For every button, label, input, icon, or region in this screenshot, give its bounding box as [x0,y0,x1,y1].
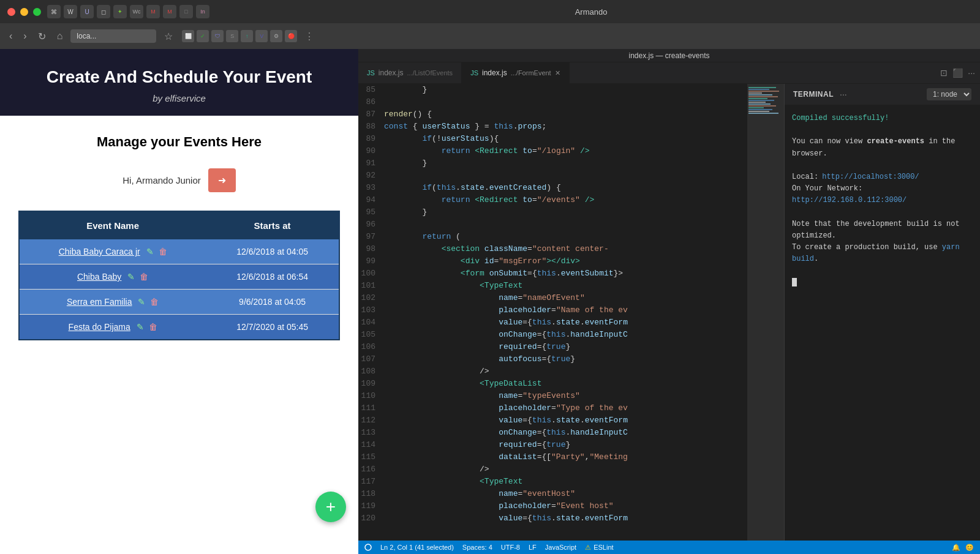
line-number: 106 [358,341,384,353]
line-number: 115 [358,451,384,463]
home-button[interactable]: ⌂ [54,29,66,43]
ext-icon-1[interactable]: ⬜ [182,30,194,42]
delete-event-button[interactable]: 🗑 [149,322,157,332]
code-line: 108 /> [358,365,747,378]
event-actions: ✎ 🗑 [137,322,157,332]
event-starts-cell: 12/6/2018 at 06:54 [206,264,339,290]
line-content: <TypeDataList [384,378,541,390]
code-line: 88 const { userStatus } = this.props; [358,121,747,133]
edit-event-button[interactable]: ✎ [138,297,145,307]
status-language[interactable]: JavaScript [545,544,576,551]
edit-event-button[interactable]: ✎ [146,247,154,256]
code-line: 116 /> [358,463,747,476]
refresh-button[interactable]: ↻ [35,29,49,43]
ext-icon-6[interactable]: ⚙ [270,30,282,42]
event-name-link[interactable]: Chiba Baby Caraca jr [59,247,140,256]
code-line: 113 onChange={this.handleInputC [358,427,747,439]
tab-form-event[interactable]: JS index.js .../FormEvent ✕ [462,62,570,83]
tab-close-button[interactable]: ✕ [555,69,560,77]
logout-button[interactable]: ➜ [208,168,236,192]
line-content: onChange={this.handleInputC [384,427,628,439]
browser-menu[interactable]: ⋮ [304,31,314,42]
toolbar-icon-10[interactable]: In [196,5,209,18]
code-line: 95 } [358,206,747,219]
code-line: 90 return <Redirect to="/login" /> [358,145,747,157]
ext-icon-4[interactable]: ↑ [241,30,253,42]
back-button[interactable]: ‹ [6,29,15,43]
more-actions-button[interactable]: ··· [968,68,975,78]
ext-icon-5[interactable]: V [255,30,268,42]
terminal-session-select[interactable]: 1: node [927,88,971,100]
line-number: 88 [358,121,384,133]
event-name-cell: Serra em Familia ✎ 🗑 [19,290,206,315]
terminal-network-url: http://192.168.0.112:3000/ [792,196,907,204]
ext-icon-shield[interactable]: 🛡 [211,30,224,42]
toolbar-icon-5[interactable]: ✦ [113,5,127,18]
line-number: 111 [358,402,384,414]
line-content: placeholder="Event host" [384,500,614,512]
event-name-link[interactable]: Chiba Baby [77,272,121,282]
edit-event-button[interactable]: ✎ [127,272,135,282]
event-starts-cell: 12/7/2020 at 05:45 [206,315,339,340]
status-feedback-icon[interactable]: 😊 [965,544,974,552]
toolbar-icon-6[interactable]: Wc [130,5,143,18]
terminal-network-line: On Your Network: http://192.168.0.112:30… [792,183,973,206]
toolbar-icon-4[interactable]: ◻ [97,5,110,18]
terminal-info-line: You can now view create-events in the br… [792,136,973,159]
toolbar-icon-3[interactable]: U [80,5,94,18]
event-name-link[interactable]: Serra em Familia [67,297,132,307]
code-line: 86 [358,96,747,108]
toolbar-icon-1[interactable]: ⌘ [47,5,61,18]
terminal-title: TERMINAL [793,90,834,99]
toolbar-icon-7[interactable]: M [146,5,160,18]
line-content: name="nameOfEvent" [384,292,585,304]
line-number: 104 [358,316,384,329]
split-editor-button[interactable]: ⊡ [940,68,948,78]
fullscreen-dot[interactable] [33,8,41,16]
event-name-link[interactable]: Festa do Pijama [69,322,130,332]
tab-list-of-events[interactable]: JS index.js .../ListOfEvents [358,62,462,83]
star-button[interactable]: ☆ [161,29,176,43]
close-dot[interactable] [7,8,15,16]
minimize-dot[interactable] [20,8,28,16]
edit-event-button[interactable]: ✎ [137,322,144,332]
browser-toolbar: ‹ › ↻ ⌂ loca... ☆ ⬜ ✓ 🛡 S ↑ V ⚙ 🔴 ⋮ [0,23,980,49]
terminal-more-button[interactable]: ··· [840,89,847,99]
event-actions: ✎ 🗑 [127,272,148,282]
url-bar[interactable]: loca... [70,29,156,43]
status-eslint[interactable]: ⚠ ESLint [585,544,613,552]
line-number: 91 [358,157,384,170]
ext-icon-3[interactable]: S [226,30,238,42]
code-line: 115 dataList={["Party","Meeting [358,451,747,463]
forward-button[interactable]: › [20,29,29,43]
delete-event-button[interactable]: 🗑 [150,297,159,307]
terminal-production-line: To create a production build, use yarn b… [792,242,973,265]
toolbar-icon-2[interactable]: W [64,5,77,18]
terminal-local-line: Local:http://localhost:3000/ [792,171,973,183]
status-spaces[interactable]: Spaces: 4 [462,544,492,551]
toolbar-icon-8[interactable]: M [163,5,176,18]
delete-event-button[interactable]: 🗑 [140,272,148,282]
status-line-ending[interactable]: LF [529,544,537,551]
delete-event-button[interactable]: 🗑 [159,247,167,256]
toolbar-icon-9[interactable]: □ [179,5,193,18]
status-bar: Ln 2, Col 1 (41 selected) Spaces: 4 UTF-… [358,541,980,554]
line-number: 98 [358,243,384,255]
code-line: 114 required={true} [358,439,747,451]
line-number: 93 [358,182,384,194]
add-event-fab[interactable]: + [315,492,346,522]
terminal-network-label: On Your Network: [792,184,862,193]
line-content: <form onSubmit={this.eventSubmit}> [384,268,623,280]
status-encoding[interactable]: UTF-8 [501,544,520,551]
terminal-body-text1: You can now view [792,137,867,146]
status-bell-icon[interactable]: 🔔 [952,544,960,552]
user-greeting: Hi, Armando Junior [123,175,201,185]
line-content: placeholder="Name of the ev [384,304,628,316]
editor-layout-button[interactable]: ⬛ [952,68,963,78]
line-number: 99 [358,255,384,268]
line-number: 100 [358,268,384,280]
status-line-col[interactable]: Ln 2, Col 1 (41 selected) [380,544,454,551]
ext-icon-7[interactable]: 🔴 [285,30,297,42]
line-content: onChange={this.handleInputC [384,329,628,341]
ext-icon-2[interactable]: ✓ [197,30,209,42]
